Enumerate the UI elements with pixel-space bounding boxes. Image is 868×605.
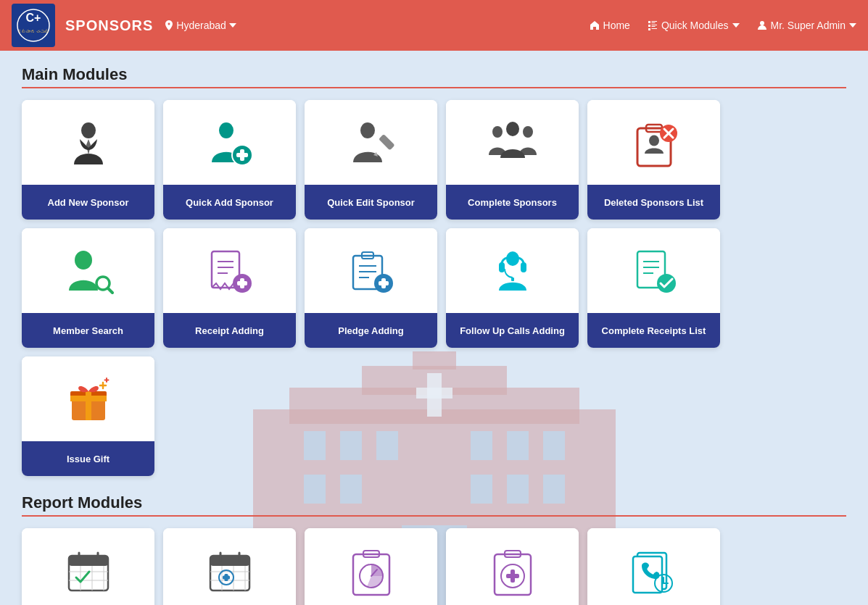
svg-point-48	[75, 251, 92, 270]
location-selector[interactable]: Hyderabad	[165, 20, 236, 31]
svg-rect-93	[210, 556, 249, 566]
svg-rect-69	[511, 278, 514, 281]
svg-rect-37	[379, 133, 395, 150]
card-follow-up-calls-adding-label: Follow Up Calls Adding	[446, 313, 579, 348]
main-modules-title: Main Modules	[22, 65, 846, 88]
nav-home[interactable]: Home	[590, 20, 630, 31]
svg-rect-103	[223, 575, 230, 579]
card-quick-edit-sponsor[interactable]: Quick Edit Sponsor	[305, 100, 437, 220]
svg-rect-10	[651, 28, 657, 29]
main-content: Main Modules Add New Sponsor	[0, 51, 868, 605]
location-label: Hyderabad	[176, 20, 226, 31]
card-receipt-paid-date[interactable]: Receipt Paid Date	[22, 528, 154, 605]
card-follow-up-calls-adding[interactable]: Follow Up Calls Adding	[446, 228, 579, 348]
app-header: C+ కల్యాణి చంపుల్ SPONSORS Hyderabad Hom…	[0, 0, 868, 51]
top-nav: Home Quick Modules Mr. Super Admin	[590, 20, 856, 31]
card-receipt-added-date[interactable]: Receipt Added Date	[163, 528, 296, 605]
svg-rect-35	[236, 153, 248, 157]
card-quick-edit-sponsor-label: Quick Edit Sponsor	[305, 185, 437, 220]
card-quick-add-sponsor-label: Quick Add Sponsor	[163, 185, 296, 220]
card-issue-gift-label: Issue Gift	[22, 441, 154, 476]
svg-text:కల్యాణి చంపుల్: కల్యాణి చంపుల్	[17, 29, 49, 34]
card-receipt-adding[interactable]: Receipt Adding	[163, 228, 296, 348]
svg-text:C+: C+	[26, 12, 41, 24]
svg-line-50	[108, 288, 112, 293]
card-quick-add-sponsor[interactable]: Quick Add Sponsor	[163, 100, 296, 220]
svg-point-44	[649, 135, 659, 146]
svg-point-11	[760, 21, 764, 25]
svg-rect-78	[70, 396, 107, 401]
card-pledge-date-reports[interactable]: Pledge Date Reports	[305, 528, 437, 605]
svg-rect-3	[648, 21, 650, 23]
svg-rect-68	[521, 262, 526, 272]
svg-rect-5	[651, 22, 655, 23]
card-complete-sponsors-label: Complete Sponsors	[446, 185, 579, 220]
nav-quick-modules[interactable]: Quick Modules	[648, 20, 740, 31]
card-complete-receipts-list[interactable]: Complete Receipts List	[587, 228, 720, 348]
card-receipt-adding-label: Receipt Adding	[163, 313, 296, 348]
svg-point-40	[523, 126, 533, 138]
card-complete-sponsors[interactable]: Complete Sponsors	[446, 100, 579, 220]
nav-user[interactable]: Mr. Super Admin	[757, 20, 857, 31]
svg-point-32	[219, 122, 233, 138]
app-title: SPONSORS	[65, 17, 153, 34]
card-issue-gift[interactable]: Issue Gift	[22, 356, 154, 476]
svg-rect-84	[69, 556, 108, 566]
report-modules-grid: Receipt Paid Date	[22, 528, 846, 605]
card-pledge-adding-label: Pledge Adding	[305, 313, 437, 348]
card-add-new-sponsor-label: Add New Sponsor	[22, 185, 154, 220]
card-pledge-adding[interactable]: Pledge Adding	[305, 228, 437, 348]
svg-rect-65	[379, 281, 389, 285]
card-add-new-sponsor[interactable]: Add New Sponsor	[22, 100, 154, 220]
svg-point-66	[506, 251, 519, 266]
svg-rect-4	[651, 21, 657, 22]
svg-rect-112	[506, 574, 519, 578]
svg-rect-57	[237, 281, 247, 285]
svg-rect-8	[651, 26, 655, 27]
card-deleted-sponsors-list-label: Deleted Sponsors List	[587, 185, 720, 220]
main-modules-grid: Add New Sponsor Quick Add Sponsor	[22, 100, 846, 476]
app-logo: C+ కల్యాణి చంపుల్	[12, 4, 55, 47]
svg-rect-7	[651, 25, 657, 25]
card-complete-receipts-list-label: Complete Receipts List	[587, 313, 720, 348]
svg-rect-9	[648, 28, 650, 30]
report-modules-title: Report Modules	[22, 493, 846, 517]
svg-rect-67	[499, 262, 505, 272]
svg-point-36	[360, 122, 375, 138]
svg-rect-6	[648, 25, 650, 27]
card-deleted-sponsors-list[interactable]: Deleted Sponsors List	[587, 100, 720, 220]
svg-point-39	[492, 126, 503, 138]
svg-point-30	[81, 122, 96, 138]
card-member-search-label: Member Search	[22, 313, 154, 348]
svg-point-41	[506, 122, 519, 136]
card-followupcall-date[interactable]: FollowUpCall Date	[587, 528, 720, 605]
card-pledge-added-date[interactable]: Pledge Added Date	[446, 528, 579, 605]
card-member-search[interactable]: Member Search	[22, 228, 154, 348]
